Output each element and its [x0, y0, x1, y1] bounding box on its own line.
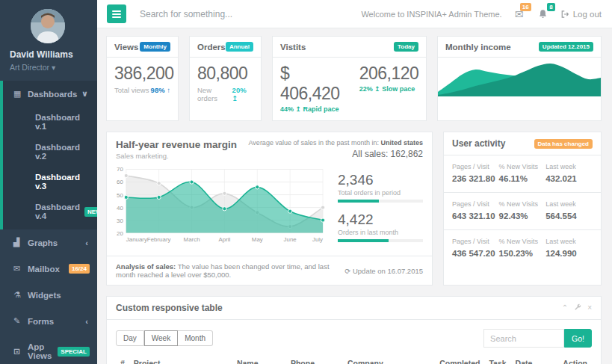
messages-button[interactable]: ✉ 16 [513, 7, 526, 21]
analysis-text: Analysis of sales: The value has been ch… [116, 262, 344, 279]
user-activity-row: Pages / Visit643 321.10% New Visits92.43… [444, 193, 601, 230]
level-up-icon: ↥ [374, 85, 380, 93]
orders-label: New orders [197, 86, 232, 102]
sidebar-subitem-dashboard-v-1[interactable]: Dashboard v.1 [3, 107, 97, 137]
activity-value: 432.021 [545, 174, 593, 183]
table-row-wrap: Custom responsive table ⌃ × DayWeekMonth [106, 296, 602, 364]
views-value: 386,200 [114, 64, 170, 84]
visits-right-value: 206,120 [359, 64, 419, 84]
level-up-icon: ↥ [232, 94, 238, 102]
sidebar-badge: NEW [84, 207, 97, 217]
avatar[interactable] [31, 9, 65, 43]
user-activity-cell: % New Visits92.43% [499, 200, 546, 220]
sidebar-subitem-dashboard-v-2[interactable]: Dashboard v.2 [3, 137, 97, 167]
user-activity-row: Pages / Visit436 547.20% New Visits150.2… [444, 230, 601, 267]
orders-period-label: Total orders in period [338, 189, 423, 197]
middle-row: Half-year revenue margin Sales marketing… [106, 132, 602, 286]
dashboards-submenu: Dashboard v.1Dashboard v.2Dashboard v.3D… [3, 107, 97, 229]
column-header-task: Task [484, 355, 510, 364]
column-header-action: Action [558, 355, 592, 364]
sidebar-item-mailbox: ✉Mailbox16/24 [0, 256, 97, 282]
collapse-panel-icon[interactable]: ⌃ [562, 303, 568, 312]
orders-widget: Orders Annual 80,800 New orders 20% ↥ [189, 36, 262, 121]
search-input[interactable] [140, 9, 361, 19]
activity-label: Last week [545, 163, 593, 170]
sidebar-subitem-label: Dashboard v.4 [35, 203, 80, 220]
profile-role-dropdown[interactable]: Art Director ▾ [0, 63, 97, 72]
column-header-phone: Phone [286, 355, 343, 364]
revenue-panel: Half-year revenue margin Sales marketing… [106, 132, 433, 286]
dashboard-screen: David Williams Art Director ▾ ▦Dashboard… [0, 0, 612, 364]
view-tab-month[interactable]: Month [178, 330, 213, 346]
orders-period-progressbar [338, 200, 423, 203]
sidebar-subitem-dashboard-v-4[interactable]: Dashboard v.4NEW [3, 197, 97, 226]
activity-value: 564.554 [545, 212, 593, 220]
side-menu: ▦Dashboards∨Dashboard v.1Dashboard v.2Da… [0, 81, 97, 364]
sidebar-link-mailbox[interactable]: ✉Mailbox16/24 [3, 256, 97, 282]
sidebar-link-forms[interactable]: ✎Forms‹ [3, 308, 97, 334]
sidebar-subitem-dashboard-v-3[interactable]: Dashboard v.3 [3, 167, 97, 197]
user-activity-cell: Last week432.021 [545, 163, 593, 183]
bolt-up-icon: ↑ [167, 86, 170, 94]
svg-text:February: February [147, 236, 171, 243]
profile-section: David Williams Art Director ▾ [0, 0, 97, 81]
revenue-area-chart: 203040506070JanuaryFebruaryMarchAprilMay… [111, 164, 327, 245]
svg-text:March: March [184, 236, 200, 243]
svg-text:April: April [219, 236, 231, 243]
sidebar-link-widgets[interactable]: ⚗Widgets [3, 282, 97, 308]
sidebar-item-label: Forms [28, 317, 85, 326]
user-activity-row: Pages / Visit236 321.80% New Visits46.11… [444, 155, 601, 193]
income-sparkline-chart [438, 58, 601, 96]
sidebar-link-graphs[interactable]: ▟Graphs‹ [3, 229, 97, 256]
view-tabs: DayWeekMonth [116, 330, 213, 346]
wrench-icon[interactable] [574, 303, 581, 312]
views-title: Views [114, 43, 138, 52]
svg-text:June: June [284, 236, 297, 243]
column-header-num: # [116, 355, 129, 364]
user-activity-panel: User activity Data has changed Pages / V… [443, 132, 602, 286]
table-search-go-button[interactable]: Go! [564, 329, 592, 348]
view-tab-week[interactable]: Week [144, 330, 178, 346]
activity-label: Last week [545, 200, 593, 208]
main-area: Welcome to INSPINIA+ Admin Theme. ✉ 16 8… [97, 0, 612, 364]
activity-value: 436 547.20 [452, 249, 499, 258]
bar-chart-icon: ▟ [13, 238, 28, 247]
visits-left: $ 406,420 44% ↥ Rapid pace [280, 64, 340, 113]
logout-button[interactable]: Log out [560, 10, 602, 19]
user-activity-title: User activity [452, 138, 505, 149]
activity-value: 46.11% [499, 174, 546, 183]
visits-badge: Today [394, 42, 418, 52]
content: Views Monthly 386,200 Total views 98% ↑ … [97, 28, 612, 364]
view-tab-day[interactable]: Day [116, 330, 144, 346]
activity-label: Pages / Visit [452, 238, 499, 245]
user-activity-cell: Pages / Visit436 547.20 [452, 238, 499, 258]
logout-label: Log out [573, 10, 602, 19]
grid-icon: ▦ [13, 89, 28, 99]
sidebar-link-dashboards[interactable]: ▦Dashboards∨ [3, 81, 97, 107]
activity-label: % New Visits [499, 200, 546, 208]
notifications-button[interactable]: 8 [537, 7, 550, 21]
close-panel-icon[interactable]: × [587, 303, 592, 312]
sidebar-item-graphs: ▟Graphs‹ [0, 229, 97, 256]
projects-table: #ProjectNamePhoneCompanyCompletedTaskDat… [116, 355, 592, 364]
table-search-input[interactable] [483, 329, 564, 348]
welcome-text: Welcome to INSPINIA+ Admin Theme. [361, 10, 501, 19]
income-badge: Updated 12.2015 [539, 42, 593, 52]
svg-text:20: 20 [117, 230, 123, 237]
user-activity-cell: Pages / Visit643 321.10 [452, 200, 499, 220]
sidebar-item-forms: ✎Forms‹ [0, 308, 97, 334]
profile-name: David Williams [0, 49, 97, 60]
sidebar-subitem-label: Dashboard v.3 [35, 173, 90, 191]
svg-text:January: January [126, 236, 147, 243]
svg-text:40: 40 [117, 205, 123, 212]
svg-text:July: July [312, 236, 323, 243]
sidebar-link-app-views[interactable]: ⊡App ViewsSPECIAL [3, 334, 97, 364]
orders-month-label: Orders in last month [338, 229, 423, 236]
user-activity-cell: Pages / Visit236 321.80 [452, 163, 499, 183]
minimize-sidebar-button[interactable] [107, 4, 126, 23]
sidebar-subitem-label: Dashboard v.1 [35, 113, 90, 131]
responsive-table-panel: Custom responsive table ⌃ × DayWeekMonth [106, 296, 602, 364]
visits-title: Vistits [280, 43, 306, 52]
revenue-subtitle: Sales marketing. [116, 152, 237, 160]
notifications-count-badge: 8 [547, 3, 554, 11]
